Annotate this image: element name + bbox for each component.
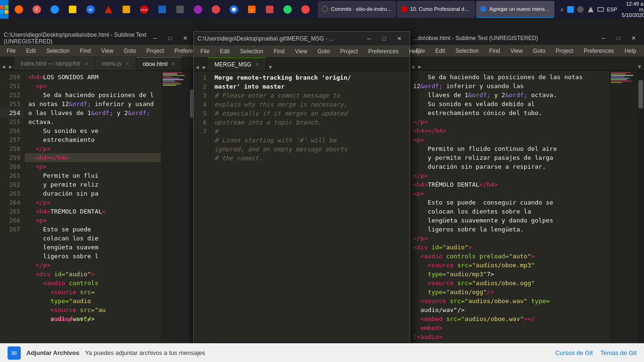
svg-text:PDF: PDF <box>140 8 148 12</box>
taskbar-icon-4[interactable] <box>64 1 81 18</box>
merge-minimize-btn[interactable]: ─ <box>363 34 376 43</box>
start-button[interactable] <box>0 0 8 19</box>
menu-tools-left[interactable]: Project <box>142 47 169 55</box>
merge-menu-project[interactable]: Project <box>336 47 363 56</box>
svg-point-18 <box>212 5 220 14</box>
left-tab-oboe-close[interactable]: ✕ <box>171 61 175 66</box>
right-line-source2: <source src="audios/oboe.ogg" <box>409 279 609 288</box>
merge-menu-help[interactable]: Help <box>405 47 426 56</box>
merge-tab-overflow[interactable]: ▾ <box>266 63 275 71</box>
notif-link-temas[interactable]: Temas de Git <box>600 349 636 356</box>
taskbar-icon-chrome[interactable] <box>225 1 242 18</box>
left-tab-menu[interactable]: menu.js ✕ <box>95 57 136 70</box>
left-sublime-window: C:\Users\diego\Desktop\prueba\oboe.html … <box>0 31 196 356</box>
menu-selection-left[interactable]: Selection <box>41 47 74 55</box>
code-line-252: Se da haciendo posiciones de las notas 1… <box>25 90 161 144</box>
taskbar-app-agregar[interactable]: Agregar un nuevo mensaje al fo... <box>476 1 554 18</box>
taskbar-icon-6[interactable] <box>100 1 117 18</box>
left-close-btn[interactable]: ✕ <box>179 33 192 43</box>
taskbar-icon-8[interactable]: PDF <box>136 1 153 18</box>
merge-tab-mergemsg-close[interactable]: ✕ <box>255 62 259 67</box>
taskbar-icon-whatsapp[interactable] <box>279 1 296 18</box>
merge-menu-selection[interactable]: Selection <box>235 47 268 56</box>
left-tab-index[interactable]: index.html — xampp/htr ✕ <box>14 57 95 70</box>
menu-find-left[interactable]: Find <box>75 47 95 55</box>
menu-edit-left[interactable]: Edit <box>21 47 41 55</box>
taskbar-app-curso[interactable]: 10. Curso Profesional de Git y G... <box>397 1 475 18</box>
merge-menu-find[interactable]: Find <box>269 47 289 56</box>
left-tab-oboe[interactable]: oboe.html ✕ <box>136 57 182 70</box>
left-tab-menu-label: menu.js <box>102 60 122 67</box>
merge-menu-file[interactable]: File <box>196 47 214 56</box>
taskbar-icon-7[interactable] <box>118 1 135 18</box>
right-menu-help[interactable]: Help <box>620 47 641 55</box>
taskbar-icon-3[interactable] <box>46 1 63 18</box>
merge-tab-next[interactable]: ▸ <box>201 63 208 71</box>
right-menu-selection[interactable]: Selection <box>451 47 483 55</box>
right-menu-view[interactable]: View <box>506 47 528 55</box>
notif-link-cursos[interactable]: Cursos de Git <box>555 349 593 356</box>
merge-tab-strip: ◂ ▸ MERGE_MSG ✕ ▾ <box>194 57 410 71</box>
left-code-area[interactable]: <h4>LOS SONIDOS ARM <p> Se da haciendo p… <box>25 71 161 346</box>
left-tab-menu-close[interactable]: ✕ <box>125 61 129 66</box>
svg-point-26 <box>322 6 328 12</box>
svg-text:S: S <box>250 8 253 12</box>
merge-code-area[interactable]: Merge remote-tracking branch 'origin/mas… <box>211 71 410 341</box>
left-minimize-btn[interactable]: ─ <box>149 33 162 43</box>
right-minimap <box>609 71 637 351</box>
merge-menu-edit[interactable]: Edit <box>215 47 234 56</box>
left-minimap <box>161 71 189 346</box>
taskbar-icon-11[interactable] <box>190 1 206 18</box>
svg-rect-27 <box>401 6 407 12</box>
left-tab-next[interactable]: ▸ <box>7 63 14 70</box>
right-code-area[interactable]: Se da haciendo las posiciones de las not… <box>409 71 609 351</box>
linenum-254: 254 <box>0 108 24 117</box>
merge-tab-prev[interactable]: ◂ <box>194 63 201 71</box>
right-tab-overflow[interactable]: ▾ <box>635 63 644 70</box>
menu-goto-left[interactable]: Goto <box>119 47 141 55</box>
right-tab-prev[interactable]: ◂ <box>409 63 416 70</box>
linenum-266: 266 <box>0 216 24 225</box>
merge-close-btn[interactable]: ✕ <box>393 34 406 43</box>
merge-tab-mergemsg[interactable]: MERGE_MSG ✕ <box>208 58 266 71</box>
taskbar-app-commits[interactable]: Commits · sitio-de-instrumento· <box>318 1 396 18</box>
taskbar-icon-2[interactable]: F <box>28 1 45 18</box>
menu-view-left[interactable]: View <box>97 47 118 55</box>
merge-menu-view[interactable]: View <box>290 47 312 56</box>
merge-maximize-btn[interactable]: □ <box>378 34 391 43</box>
taskbar-icon-13[interactable] <box>261 1 278 18</box>
taskbar-icon-14[interactable] <box>297 1 314 18</box>
taskbar-icon-12[interactable] <box>207 1 224 18</box>
menu-file-left[interactable]: File <box>2 47 20 55</box>
right-menu-goto[interactable]: Goto <box>528 47 550 55</box>
linenum-256: 256 <box>0 126 24 135</box>
svg-text:F: F <box>35 7 38 12</box>
svg-rect-1 <box>5 5 8 9</box>
merge-menu-bar: File Edit Selection Find View Goto Proje… <box>194 46 410 57</box>
taskbar-icon-1[interactable] <box>10 1 27 18</box>
right-scrollbar-thumb[interactable] <box>638 80 643 108</box>
code-line-259: <p> <box>25 216 161 225</box>
taskbar-icon-sublime[interactable]: S <box>243 1 260 18</box>
left-tab-index-close[interactable]: ✕ <box>84 61 88 66</box>
taskbar-icon-10[interactable] <box>172 1 189 18</box>
right-maximize-btn[interactable]: □ <box>612 33 625 43</box>
right-menu-find[interactable]: Find <box>484 47 504 55</box>
left-tab-prev[interactable]: ◂ <box>0 63 7 70</box>
tray-expand[interactable]: ∧ <box>560 7 564 13</box>
left-maximize-btn[interactable]: □ <box>164 33 177 43</box>
right-scrollbar[interactable] <box>637 71 644 351</box>
svg-rect-16 <box>176 6 184 13</box>
merge-linenum-1: 1 <box>194 73 210 82</box>
right-close-btn[interactable]: ✕ <box>627 33 640 43</box>
merge-menu-preferences[interactable]: Preferences <box>363 47 404 56</box>
right-menu-preferences[interactable]: Preferences <box>579 47 619 55</box>
right-tab-next[interactable]: ▸ <box>416 63 423 70</box>
merge-menu-goto[interactable]: Goto <box>313 47 335 56</box>
right-menu-tools[interactable]: Project <box>551 47 578 55</box>
taskbar-icon-5[interactable]: ✉ <box>82 1 99 18</box>
taskbar-icon-9[interactable] <box>154 1 171 18</box>
code-line-255: <p> <box>25 162 161 171</box>
right-menu-edit[interactable]: Edit <box>430 47 450 55</box>
right-minimize-btn[interactable]: ─ <box>597 33 610 43</box>
